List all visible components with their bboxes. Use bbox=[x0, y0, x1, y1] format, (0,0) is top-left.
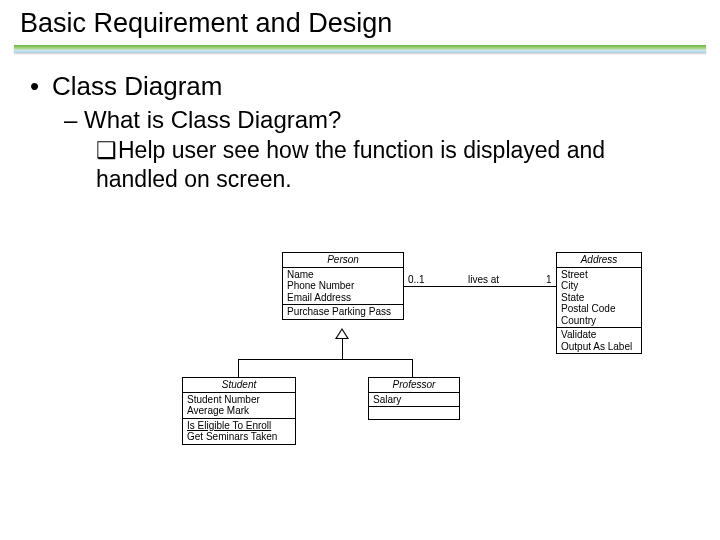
bullet-level1: •Class Diagram bbox=[30, 71, 690, 102]
bullet1-text: Class Diagram bbox=[52, 71, 223, 101]
class-address: Address Street City State Postal Code Co… bbox=[556, 252, 642, 354]
attr: Name bbox=[287, 269, 399, 281]
class-student-name: Student bbox=[183, 378, 295, 393]
attr: Email Address bbox=[287, 292, 399, 304]
class-student-ops: Is Eligible To Enroll Get Seminars Taken bbox=[183, 419, 295, 444]
class-professor-attrs: Salary bbox=[369, 393, 459, 408]
inheritance-arrow-fill bbox=[337, 330, 347, 338]
attr: Salary bbox=[373, 394, 455, 406]
class-person-attrs: Name Phone Number Email Address bbox=[283, 268, 403, 306]
class-person: Person Name Phone Number Email Address P… bbox=[282, 252, 404, 320]
attr: Student Number bbox=[187, 394, 291, 406]
slide-title: Basic Requirement and Design bbox=[0, 0, 720, 39]
op: Is Eligible To Enroll bbox=[187, 420, 291, 432]
class-student-attrs: Student Number Average Mark bbox=[183, 393, 295, 419]
op: Get Seminars Taken bbox=[187, 431, 291, 443]
op: Validate bbox=[561, 329, 637, 341]
bullet-level3: ❑Help user see how the function is displ… bbox=[96, 136, 690, 194]
class-person-name: Person bbox=[283, 253, 403, 268]
attr: State bbox=[561, 292, 637, 304]
inherit-vline bbox=[342, 339, 343, 359]
assoc-person-address-line bbox=[403, 286, 556, 287]
op: Purchase Parking Pass bbox=[287, 306, 399, 318]
class-student: Student Student Number Average Mark Is E… bbox=[182, 377, 296, 445]
class-address-name: Address bbox=[557, 253, 641, 268]
bullet-level2: –What is Class Diagram? bbox=[64, 106, 690, 134]
op: Output As Label bbox=[561, 341, 637, 353]
attr: Postal Code bbox=[561, 303, 637, 315]
title-divider bbox=[14, 45, 706, 53]
bullet3-text: Help user see how the function is displa… bbox=[96, 137, 605, 192]
attr: Average Mark bbox=[187, 405, 291, 417]
assoc-right-mult: 1 bbox=[546, 274, 552, 285]
class-professor-name: Professor bbox=[369, 378, 459, 393]
assoc-left-mult: 0..1 bbox=[408, 274, 425, 285]
inherit-left-drop bbox=[238, 359, 239, 377]
assoc-label: lives at bbox=[468, 274, 499, 285]
attr: Street bbox=[561, 269, 637, 281]
slide-body: •Class Diagram –What is Class Diagram? ❑… bbox=[0, 53, 720, 194]
class-person-ops: Purchase Parking Pass bbox=[283, 305, 403, 319]
inherit-hline bbox=[238, 359, 413, 360]
attr: Country bbox=[561, 315, 637, 327]
inherit-right-drop bbox=[412, 359, 413, 377]
attr: City bbox=[561, 280, 637, 292]
class-address-attrs: Street City State Postal Code Country bbox=[557, 268, 641, 329]
class-address-ops: Validate Output As Label bbox=[557, 328, 641, 353]
uml-class-diagram: Person Name Phone Number Email Address P… bbox=[168, 252, 628, 482]
bullet2-text: What is Class Diagram? bbox=[84, 106, 341, 133]
attr: Phone Number bbox=[287, 280, 399, 292]
class-professor: Professor Salary bbox=[368, 377, 460, 420]
class-professor-ops bbox=[369, 407, 459, 419]
